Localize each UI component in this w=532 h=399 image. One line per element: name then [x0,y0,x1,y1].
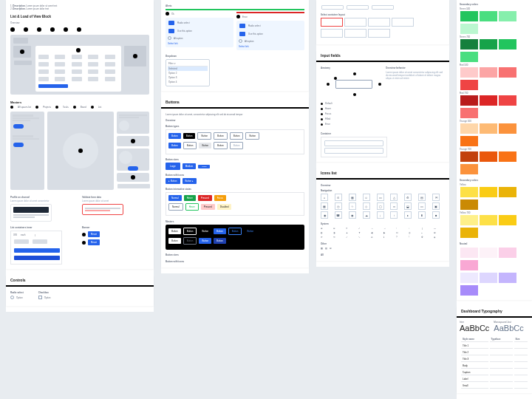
dbtn[interactable]: Button [228,228,242,235]
color-swatch [460,200,478,210]
btn-primary[interactable]: Button [168,133,181,139]
sys-icon: → [383,227,395,230]
btn-state[interactable]: Normal [168,203,183,211]
btn[interactable]: Button [168,143,181,149]
up-icon: ↑ [390,211,398,219]
anatomy-label: Anatomy [321,66,380,69]
btn-md[interactable]: Medium [183,163,197,169]
dbtn[interactable]: Button [183,237,197,245]
btn-outline[interactable]: Button [214,132,228,140]
sys-icon: ⋯ [434,227,445,230]
radio-chip[interactable] [168,21,174,25]
mail-icon: ✉ [432,194,440,201]
color-swatch [460,123,478,134]
btn-state[interactable]: Focus [214,195,226,201]
color-swatch [480,39,497,50]
bell-icon: △ [390,194,398,201]
color-swatch [499,11,516,21]
btn-state[interactable]: Pressed [201,204,215,210]
sys-icon: ✓ [358,227,369,230]
banner-btn[interactable]: Reset [88,231,100,237]
layout-option[interactable] [321,18,343,27]
btn[interactable]: Button [199,143,211,149]
error-label: Error [242,16,248,18]
color-swatch [480,67,497,78]
step-dot [24,27,28,32]
layout-option[interactable] [368,18,390,27]
color-swatch [499,123,516,134]
dbtn[interactable]: Button [214,228,226,234]
dbtn[interactable]: Button [199,238,211,244]
color-swatch [480,123,497,134]
color-swatch [460,151,478,162]
btn-state[interactable]: Normal [168,195,182,201]
img-icon: ▣ [432,202,440,210]
btn-states-label: Button interactive states [166,188,304,191]
sys-icon: ▼ [358,231,369,234]
pin-icon: ◉ [349,211,356,219]
layout-option[interactable] [392,18,414,27]
behavior-label: Overview behavior [386,66,445,69]
input-anatomy [335,80,372,89]
color-swatch [499,248,516,258]
dbtn[interactable]: Button [199,228,211,234]
dbtn[interactable]: Button [183,228,197,235]
sys-icon: ℹ [383,236,395,239]
user-icon: ☺ [363,194,370,201]
sys-icon: ⤢ [346,236,357,239]
btn-lg[interactable]: Large [166,163,180,170]
dbtn[interactable]: Button [214,238,226,244]
btn-outline[interactable]: Button [245,132,259,140]
dropdown-title: Dropdown [166,55,304,58]
pause-icon: ⏸ [418,211,426,219]
radio-chip[interactable] [168,29,174,33]
btn-state[interactable]: Hover [184,195,196,201]
other-icon: ▤ [325,247,327,250]
btn-outline[interactable]: Button [197,132,211,140]
input-field[interactable] [324,148,383,154]
step-dot [50,27,55,32]
btn-state[interactable]: Hover [185,203,199,211]
sys-icon: ? [396,236,407,239]
color-swatch [480,215,497,225]
checkbox-label: Checkbox [38,291,51,294]
color-swatch [480,95,497,106]
gear-icon: ⚙ [404,194,412,201]
sys-icon: ✕ [346,227,357,230]
btn-icon[interactable]: Button ▸ [183,178,197,184]
input-field[interactable] [324,140,383,146]
tab[interactable]: All spaces list [18,106,31,109]
layout-option[interactable] [344,18,366,27]
sys-icon: ← [371,227,382,230]
color-swatch [499,273,516,283]
btn-state: Disabled [217,204,232,210]
sys-icon: ⟳ [321,236,332,239]
dbtn[interactable]: Button [244,228,256,234]
list-load-sub: Overview [10,21,149,24]
tab[interactable]: Tasks [63,106,69,109]
sys-icon: ⊖ [333,227,344,230]
tab[interactable]: Projects [43,106,51,109]
sys-icon: ◐ [321,231,332,234]
dbtn[interactable]: Button [168,238,181,244]
btn-outline[interactable]: Button [230,132,244,140]
btn[interactable]: Button [183,142,197,149]
dbtn[interactable]: Button [168,228,181,234]
type-sample: AaBbCc [460,324,489,332]
checkbox[interactable] [38,296,42,299]
banner-btn[interactable]: Reset [88,239,100,245]
sys-icon: ▶ [383,231,395,234]
select-link[interactable]: Select link [168,42,231,45]
radio[interactable] [10,296,14,299]
profile-label: Profile on channel [10,196,78,199]
other-icon: ⊞ [330,247,332,250]
btn-state[interactable]: Pressed [198,195,212,201]
btn-sm[interactable]: Small [198,165,210,168]
tab[interactable]: Board [81,106,86,109]
btn-icon[interactable]: ▸ Button [166,178,180,184]
sys-icon: ◎ [409,231,420,234]
other-icons-label: Other [321,242,445,245]
btn-dark[interactable]: Button [183,133,196,139]
btn[interactable]: Button [214,142,228,149]
tab[interactable]: List [98,106,102,109]
